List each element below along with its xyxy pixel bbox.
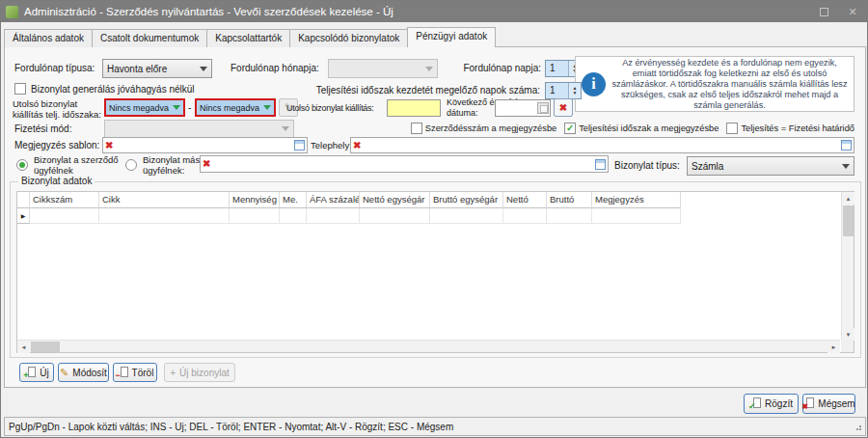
megsem-button[interactable]: ✖ Mégsem [802, 394, 855, 414]
checkbox-teljesitesi-idoszak[interactable]: ✓ Teljesítési időszak a megjegyzésbe [564, 123, 719, 134]
checkbox-bizonylat-generalas[interactable]: ✓ [14, 83, 26, 95]
row-selector-header [17, 192, 30, 208]
label-fizetesi-mod: Fizetési mód: [14, 123, 71, 134]
tab-label: Csatolt dokumentumok [100, 33, 199, 43]
uj-bizonylat-button: + Új bizonylat [164, 363, 235, 382]
label-megjegyzes-sablon: Megjegyzés sablon: [14, 140, 99, 151]
browse-icon[interactable] [595, 159, 606, 170]
label-utolso-kiallitas: Utolsó bizonylat kiállítás: [286, 103, 373, 113]
combo-value: Havonta előre [107, 64, 197, 74]
delete-doc-icon: − [117, 367, 128, 379]
field-mas-ugyfel[interactable]: ✖ [200, 155, 609, 173]
scroll-up-button[interactable]: ▲ [842, 192, 854, 205]
combo-value: Számla [692, 161, 839, 172]
cancel-doc-icon: ✖ [802, 397, 814, 410]
label-radio-szerzodo: Bizonylat a szerződő ügyfélnek [34, 154, 125, 176]
items-grid: CikkszámCikkMennyiségMe.ÁFA százalékNett… [16, 191, 854, 353]
column-header[interactable]: Mennyiség [230, 192, 280, 208]
title-bar: Adminisztráció - Szerződés nyilvántartás… [1, 1, 867, 22]
table-cell [30, 208, 99, 224]
chevron-down-icon [282, 126, 289, 131]
checkbox-label: Teljesítés = Fizetési határidő [741, 123, 854, 133]
scroll-left-button[interactable]: ◄ [17, 341, 30, 353]
tab-kapcsolodo-bizonylatok[interactable]: Kapcsolódó bizonylatok [289, 29, 408, 47]
combo-fizetesi-mod [104, 120, 294, 138]
combo-fordulonap-tipusa[interactable]: Havonta előre [102, 59, 212, 78]
column-header[interactable]: Bruttó [547, 192, 592, 208]
spinner-megelozo-napok[interactable]: 1 ▲▼ [545, 82, 582, 99]
column-header[interactable]: Me. [280, 192, 307, 208]
label-bizonylat-tipus: Bizonylat típus: [614, 160, 680, 171]
combo-idoszak-to[interactable]: Nincs megadva [195, 98, 276, 117]
combo-idoszak-from[interactable]: Nincs megadva [104, 98, 185, 117]
uj-button[interactable]: + Új [19, 363, 54, 382]
maximize-button[interactable] [809, 1, 838, 22]
checkbox-label: Teljesítési időszak a megjegyzésbe [579, 123, 719, 133]
label-telephely: Telephely: [311, 140, 352, 151]
column-header[interactable]: Bruttó egységár [430, 192, 503, 208]
maximize-icon [820, 8, 828, 16]
date-picker-button[interactable] [537, 102, 549, 114]
table-cell [592, 208, 681, 224]
status-text: PgUp/PgDn - Lapok közti váltás; INS - Új… [9, 422, 854, 432]
radio-szerzodo[interactable] [16, 159, 28, 171]
tab-csatolt-dokumentumok[interactable]: Csatolt dokumentumok [92, 29, 207, 47]
field-telephely[interactable]: ✖ [350, 137, 854, 153]
resize-grip[interactable] [854, 423, 861, 430]
button-label: Új bizonylat [179, 368, 230, 378]
table-cell [307, 208, 360, 224]
column-header[interactable]: Megjegyzés [592, 192, 681, 208]
table-cell [280, 208, 307, 224]
checkbox-box[interactable]: ✓ [726, 123, 738, 134]
chevron-down-icon [842, 164, 850, 169]
horizontal-scrollbar[interactable]: ◄ ► [17, 340, 840, 352]
field-megjegyzes-sablon[interactable]: ✖ [102, 137, 308, 153]
rogzit-button[interactable]: ✓ Rögzít [744, 394, 799, 414]
column-header[interactable]: Cikk [99, 192, 230, 208]
plus-icon: + [170, 368, 176, 378]
button-label: Módosít [72, 368, 107, 378]
checkbox-box[interactable]: ✓ [564, 123, 576, 134]
modosit-button[interactable]: ✎ Módosít [58, 363, 109, 382]
browse-icon[interactable] [294, 140, 305, 151]
scroll-right-button[interactable]: ► [827, 341, 840, 353]
clear-icon[interactable]: ✖ [353, 141, 361, 151]
combo-value: Nincs megadva [109, 103, 170, 113]
column-header[interactable]: Cikkszám [30, 192, 99, 208]
close-button[interactable]: ✕ [838, 1, 867, 22]
tab-penzugyi-adatok[interactable]: Pénzügyi adatok [407, 27, 496, 47]
radio-mas[interactable] [125, 159, 137, 171]
column-header[interactable]: ÁFA százalék [307, 192, 360, 208]
tab-kapcsolattartok[interactable]: Kapcsolattartók [206, 29, 290, 47]
input-utolso-kiallitas[interactable] [387, 99, 441, 117]
column-header[interactable]: Nettó egységár [360, 192, 430, 208]
scroll-left-icon: ◄ [21, 344, 27, 350]
table-row[interactable]: ▶ [17, 208, 681, 224]
column-header[interactable]: Nettó [503, 192, 547, 208]
row-selector-cell: ▶ [17, 208, 30, 224]
torol-button[interactable]: − Töröl [113, 363, 157, 382]
checkbox-szerzodesszam[interactable]: ✓ Szerződésszám a megjegyzésbe [411, 123, 556, 134]
spin-down-icon[interactable]: ▼ [573, 91, 578, 96]
browse-icon[interactable] [841, 140, 852, 151]
checkbox-row: ✓ Szerződésszám a megjegyzésbe ✓ Teljesí… [414, 123, 854, 134]
row-pointer-icon: ▶ [21, 213, 26, 219]
checkbox-teljesites-hatarido[interactable]: ✓ Teljesítés = Fizetési határidő [726, 123, 854, 134]
chevron-down-icon [173, 105, 180, 110]
combo-value: Nincs megadva [200, 103, 260, 113]
combo-bizonylat-tipus[interactable]: Számla [687, 156, 854, 176]
table-cell [230, 208, 280, 224]
chevron-down-icon [263, 105, 271, 110]
table-header-row: CikkszámCikkMennyiségMe.ÁFA százalékNett… [17, 192, 681, 208]
label-megelozo-napok: Teljesítési időszak kezdetét megelőző na… [246, 85, 540, 96]
input-kovetkezo-ertesites[interactable] [495, 99, 551, 117]
checkbox-box[interactable]: ✓ [411, 123, 422, 134]
clear-icon[interactable]: ✖ [203, 159, 210, 169]
scrollbar-thumb[interactable] [31, 342, 60, 352]
clear-date-button[interactable]: ✖ [554, 98, 573, 117]
tab-altalanos-adatok[interactable]: Általános adatok [4, 29, 93, 47]
scrollbar-thumb[interactable] [843, 205, 854, 236]
spinner-arrows[interactable]: ▲▼ [568, 83, 581, 98]
vertical-scrollbar[interactable]: ▲ ▼ [841, 192, 854, 341]
clear-icon[interactable]: ✖ [105, 141, 113, 151]
